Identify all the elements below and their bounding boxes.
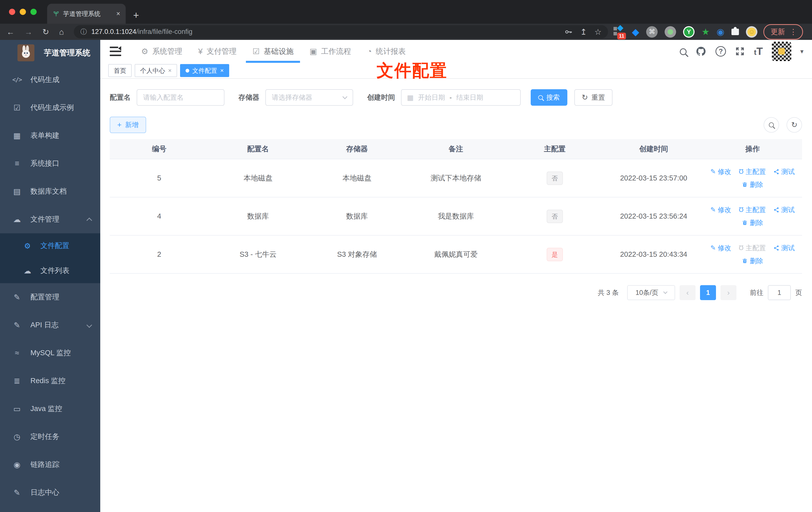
sidebar-item-file-manage[interactable]: ☁文件管理 (0, 205, 100, 233)
nav-item-payment[interactable]: ¥支付管理 (190, 40, 245, 63)
sidebar-item-tracing[interactable]: ◉链路追踪 (0, 451, 100, 479)
cell-storage: S3 对象存储 (308, 235, 406, 273)
tab-home[interactable]: 首页 (108, 64, 132, 77)
tab-profile[interactable]: 个人中心× (135, 64, 177, 77)
sidebar-item-db-doc[interactable]: ▤数据库文档 (0, 178, 100, 205)
window-controls (0, 0, 37, 24)
sidebar-item-scheduled-job[interactable]: ◷定时任务 (0, 423, 100, 451)
sidebar-submenu-file: ⚙文件配置 ☁文件列表 (0, 233, 100, 283)
share-icon (773, 169, 779, 175)
reload-icon[interactable]: ↻ (42, 28, 49, 36)
sidebar-item-file-config[interactable]: ⚙文件配置 (0, 233, 100, 258)
master-link-disabled: Ʊ主配置 (739, 244, 765, 252)
close-icon[interactable]: × (168, 67, 172, 74)
search-icon[interactable] (680, 45, 687, 58)
test-link[interactable]: 测试 (773, 167, 795, 176)
forward-icon[interactable]: → (24, 28, 32, 36)
user-avatar[interactable] (772, 42, 791, 61)
sidebar-item-file-list[interactable]: ☁文件列表 (0, 258, 100, 283)
tab-file-config[interactable]: 文件配置× (180, 64, 229, 77)
goto-page-input[interactable] (768, 285, 791, 300)
sidebar-item-api-log[interactable]: ✎API 日志 (0, 311, 100, 339)
chart-wave-icon: ≈ (11, 349, 23, 357)
sidebar-item-log-center[interactable]: ✎日志中心 (0, 479, 100, 507)
profile-avatar-icon[interactable]: ☺ (746, 26, 757, 38)
delete-link[interactable]: 删除 (742, 257, 763, 266)
show-search-button[interactable] (764, 117, 779, 132)
extension-eye-icon[interactable]: ◉ (717, 27, 724, 36)
extension-y-icon[interactable]: Y (683, 26, 695, 38)
range-separator: - (450, 94, 452, 101)
fullscreen-icon[interactable] (735, 47, 745, 56)
nav-item-infra[interactable]: ☑基础设施 (244, 40, 301, 63)
app-title: 芋道管理系统 (44, 48, 90, 58)
browser-tab[interactable]: 芋道管理系统 × (47, 4, 126, 24)
close-icon[interactable]: × (220, 67, 224, 74)
sidebar-item-config-manage[interactable]: ✎配置管理 (0, 283, 100, 311)
shield-check-icon: ☑ (11, 103, 23, 113)
prev-page-button[interactable]: ‹ (679, 285, 696, 300)
site-info-icon[interactable]: ⓘ (80, 27, 87, 36)
tab-close-icon[interactable]: × (116, 10, 120, 18)
extension-green-dot-icon[interactable] (665, 26, 676, 38)
test-link[interactable]: 测试 (773, 244, 795, 252)
back-icon[interactable]: ← (6, 28, 14, 36)
delete-link[interactable]: 删除 (742, 218, 763, 227)
help-icon[interactable]: ? (716, 46, 726, 57)
col-created: 创建时间 (604, 139, 703, 159)
window-minimize-button[interactable] (20, 9, 26, 15)
sidebar-collapse-icon[interactable] (110, 47, 121, 56)
master-link[interactable]: Ʊ主配置 (739, 167, 765, 176)
address-bar[interactable]: ⓘ 127.0.0.1:1024 /infra/file/file-config… (74, 25, 608, 38)
user-caret-icon[interactable]: ▾ (800, 48, 804, 55)
password-key-icon[interactable] (564, 28, 573, 36)
bookmark-star-icon[interactable]: ☆ (594, 28, 602, 36)
share-icon[interactable]: ↥ (580, 28, 587, 36)
delete-link[interactable]: 删除 (742, 180, 763, 189)
nav-item-report[interactable]: ◔统计报表 (359, 40, 413, 63)
next-page-button[interactable]: › (721, 285, 736, 300)
date-range-picker[interactable]: ▦ 开始日期 - 结束日期 (401, 89, 521, 106)
sidebar-item-redis-monitor[interactable]: ≣Redis 监控 (0, 367, 100, 395)
master-badge: 是 (547, 248, 563, 261)
extension-star-icon[interactable]: ★ (701, 27, 709, 36)
browser-update-button[interactable]: 更新 ⋮ (763, 24, 803, 40)
sidebar-logo[interactable]: 芋道管理系统 (0, 40, 100, 66)
sidebar-item-java-monitor[interactable]: ▭Java 监控 (0, 395, 100, 423)
master-badge: 否 (547, 210, 563, 223)
config-name-input[interactable] (137, 89, 225, 106)
extension-badged-icon[interactable]: 11 (613, 25, 625, 38)
sidebar-item-code-gen[interactable]: </>代码生成 (0, 66, 100, 94)
sidebar-item-form-builder[interactable]: ▦表单构建 (0, 122, 100, 150)
window-close-button[interactable] (9, 9, 15, 15)
nav-item-workflow[interactable]: ▣工作流程 (301, 40, 359, 63)
sidebar-item-mysql-monitor[interactable]: ≈MySQL 监控 (0, 339, 100, 367)
master-link[interactable]: Ʊ主配置 (739, 205, 765, 214)
window-zoom-button[interactable] (30, 9, 37, 15)
sidebar-item-code-demo[interactable]: ☑代码生成示例 (0, 94, 100, 122)
storage-select[interactable]: 请选择存储器 (265, 89, 353, 106)
font-size-icon[interactable]: tT (754, 46, 763, 57)
edit-link[interactable]: ✎修改 (710, 205, 731, 214)
search-button[interactable]: 搜索 (531, 89, 567, 106)
edit-link[interactable]: ✎修改 (710, 244, 731, 252)
update-label: 更新 (771, 27, 785, 37)
extensions-puzzle-icon[interactable] (731, 29, 739, 35)
reset-button[interactable]: ↻重置 (574, 89, 612, 106)
form-grid-icon: ▦ (11, 131, 23, 140)
edit-link[interactable]: ✎修改 (710, 167, 731, 176)
extension-command-icon[interactable]: ⌘ (646, 26, 658, 38)
add-button[interactable]: +新增 (110, 117, 146, 133)
extension-balloon-icon[interactable]: ◆ (632, 26, 639, 37)
home-icon[interactable]: ⌂ (59, 28, 64, 36)
test-link[interactable]: 测试 (773, 205, 795, 214)
refresh-table-button[interactable]: ↻ (787, 117, 802, 132)
browser-menu-kebab-icon[interactable]: ⋮ (789, 27, 797, 36)
current-page-button[interactable]: 1 (700, 285, 716, 300)
cell-name: 数据库 (209, 197, 308, 235)
sidebar-item-system-api[interactable]: ≡系统接口 (0, 150, 100, 178)
page-size-select[interactable]: 10条/页 (627, 285, 675, 300)
github-icon[interactable] (696, 46, 706, 57)
nav-item-system[interactable]: ⚙系统管理 (133, 40, 190, 63)
new-tab-button[interactable]: + (133, 10, 139, 20)
